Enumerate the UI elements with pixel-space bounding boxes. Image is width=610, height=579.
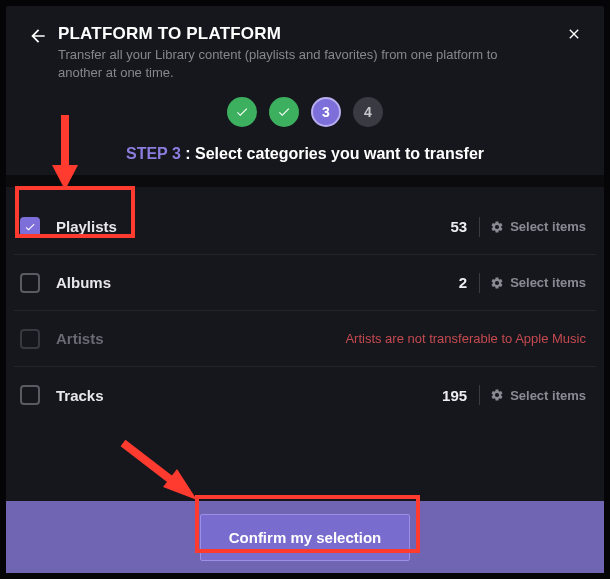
stepper: 3 4 bbox=[6, 97, 604, 127]
checkbox-artists[interactable] bbox=[20, 329, 40, 349]
select-items-label: Select items bbox=[510, 219, 586, 234]
category-label: Albums bbox=[56, 274, 459, 291]
check-icon bbox=[235, 105, 249, 119]
vertical-separator bbox=[479, 217, 480, 237]
category-row-tracks: Tracks 195 Select items bbox=[14, 367, 596, 423]
category-label: Playlists bbox=[56, 218, 450, 235]
step-1-done[interactable] bbox=[227, 97, 257, 127]
back-button[interactable] bbox=[28, 26, 48, 50]
transfer-modal: PLATFORM TO PLATFORM Transfer all your L… bbox=[6, 6, 604, 573]
modal-title: PLATFORM TO PLATFORM bbox=[58, 24, 556, 44]
category-label: Artists bbox=[56, 330, 345, 347]
confirm-button[interactable]: Confirm my selection bbox=[200, 514, 411, 561]
step-2-done[interactable] bbox=[269, 97, 299, 127]
category-error: Artists are not transferable to Apple Mu… bbox=[345, 331, 586, 346]
check-icon bbox=[277, 105, 291, 119]
step-prefix: STEP 3 bbox=[126, 145, 181, 162]
category-count: 53 bbox=[450, 218, 467, 235]
step-suffix: : Select categories you want to transfer bbox=[181, 145, 484, 162]
vertical-separator bbox=[479, 385, 480, 405]
footer-bar: Confirm my selection bbox=[6, 501, 604, 573]
gear-icon bbox=[490, 388, 504, 402]
arrow-left-icon bbox=[28, 26, 48, 46]
category-row-albums: Albums 2 Select items bbox=[14, 255, 596, 311]
header-text: PLATFORM TO PLATFORM Transfer all your L… bbox=[58, 24, 556, 81]
category-label: Tracks bbox=[56, 387, 442, 404]
gear-icon bbox=[490, 220, 504, 234]
select-items-button[interactable]: Select items bbox=[490, 388, 586, 403]
select-items-label: Select items bbox=[510, 388, 586, 403]
select-items-button[interactable]: Select items bbox=[490, 219, 586, 234]
checkbox-playlists[interactable] bbox=[20, 217, 40, 237]
close-icon bbox=[566, 26, 582, 42]
category-count: 2 bbox=[459, 274, 467, 291]
step-heading: STEP 3 : Select categories you want to t… bbox=[6, 145, 604, 163]
category-count: 195 bbox=[442, 387, 467, 404]
modal-subtitle: Transfer all your Library content (playl… bbox=[58, 46, 518, 81]
select-items-label: Select items bbox=[510, 275, 586, 290]
checkbox-albums[interactable] bbox=[20, 273, 40, 293]
step-4-upcoming[interactable]: 4 bbox=[353, 97, 383, 127]
category-row-playlists: Playlists 53 Select items bbox=[14, 199, 596, 255]
gear-icon bbox=[490, 276, 504, 290]
modal-header: PLATFORM TO PLATFORM Transfer all your L… bbox=[6, 6, 604, 91]
close-button[interactable] bbox=[566, 26, 582, 46]
section-divider bbox=[6, 175, 604, 187]
checkbox-tracks[interactable] bbox=[20, 385, 40, 405]
check-icon bbox=[24, 221, 36, 233]
vertical-separator bbox=[479, 273, 480, 293]
step-3-current[interactable]: 3 bbox=[311, 97, 341, 127]
category-list: Playlists 53 Select items Albums 2 Selec… bbox=[6, 187, 604, 423]
select-items-button[interactable]: Select items bbox=[490, 275, 586, 290]
category-row-artists: Artists Artists are not transferable to … bbox=[14, 311, 596, 367]
